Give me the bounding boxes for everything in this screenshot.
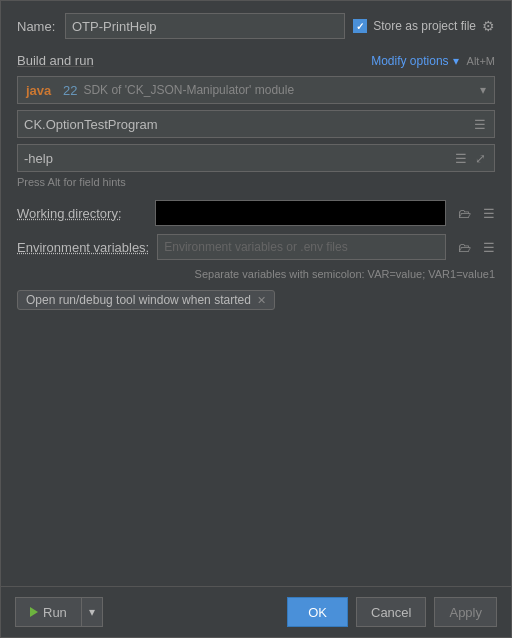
sdk-dropdown[interactable]: java 22 SDK of 'CK_JSON-Manipulator' mod… <box>17 76 495 104</box>
working-dir-list-icon[interactable]: ☰ <box>483 206 495 221</box>
sdk-version-label: 22 <box>63 83 77 98</box>
name-label: Name: <box>17 19 57 34</box>
env-list-icon[interactable]: ☰ <box>483 240 495 255</box>
folder-icon[interactable]: 🗁 <box>458 206 471 221</box>
working-dir-row: Working directory: 🗁 ☰ <box>17 200 495 226</box>
args-icons: ☰ ⤢ <box>453 151 488 166</box>
gear-icon[interactable]: ⚙ <box>482 18 495 34</box>
ok-button[interactable]: OK <box>287 597 348 627</box>
expand-icon[interactable]: ⤢ <box>473 151 488 166</box>
env-vars-row: Environment variables: Environment varia… <box>17 234 495 260</box>
sdk-chevron-icon: ▾ <box>480 83 486 97</box>
modify-options-label: Modify options <box>371 54 448 68</box>
args-row: ☰ ⤢ <box>17 144 495 172</box>
env-vars-input-area[interactable]: Environment variables or .env files <box>157 234 446 260</box>
chevron-down-icon: ▾ <box>453 54 459 68</box>
name-row: Name: Store as project file ⚙ <box>17 13 495 39</box>
env-vars-label: Environment variables: <box>17 240 149 255</box>
run-debug-chip: Open run/debug tool window when started … <box>17 290 275 310</box>
modify-options-button[interactable]: Modify options ▾ Alt+M <box>371 54 495 68</box>
chip-row: Open run/debug tool window when started … <box>17 290 495 310</box>
main-class-icons: ☰ <box>472 117 488 132</box>
run-config-dialog: Name: Store as project file ⚙ Build and … <box>0 0 512 638</box>
main-class-input[interactable] <box>24 117 472 132</box>
build-run-header: Build and run Modify options ▾ Alt+M <box>17 53 495 68</box>
store-project-row: Store as project file ⚙ <box>353 18 495 34</box>
list-icon[interactable]: ☰ <box>472 117 488 132</box>
main-class-row: ☰ <box>17 110 495 138</box>
working-dir-input[interactable] <box>162 206 439 221</box>
run-dropdown-button[interactable]: ▾ <box>81 597 103 627</box>
env-sep-hint: Separate variables with semicolon: VAR=v… <box>17 268 495 280</box>
run-triangle-icon <box>30 607 38 617</box>
field-hint: Press Alt for field hints <box>17 176 495 188</box>
edit-icon[interactable]: ☰ <box>453 151 469 166</box>
env-folder-icon[interactable]: 🗁 <box>458 240 471 255</box>
run-button[interactable]: Run <box>15 597 81 627</box>
sdk-module-label: SDK of 'CK_JSON-Manipulator' module <box>83 83 480 97</box>
sdk-java-label: java <box>26 83 51 98</box>
store-project-checkbox[interactable] <box>353 19 367 33</box>
modify-shortcut: Alt+M <box>467 55 495 67</box>
env-vars-placeholder: Environment variables or .env files <box>164 240 439 254</box>
args-input[interactable] <box>24 151 453 166</box>
build-run-title: Build and run <box>17 53 94 68</box>
run-btn-group: Run ▾ <box>15 597 103 627</box>
name-input[interactable] <box>65 13 345 39</box>
run-dropdown-chevron-icon: ▾ <box>89 605 95 619</box>
working-dir-label: Working directory: <box>17 206 147 221</box>
working-dir-input-area <box>155 200 446 226</box>
chip-label: Open run/debug tool window when started <box>26 293 251 307</box>
apply-button[interactable]: Apply <box>434 597 497 627</box>
run-label: Run <box>43 605 67 620</box>
dialog-footer: Run ▾ OK Cancel Apply <box>1 586 511 637</box>
store-project-label[interactable]: Store as project file <box>373 19 476 33</box>
chip-close-button[interactable]: ✕ <box>257 294 266 307</box>
cancel-button[interactable]: Cancel <box>356 597 426 627</box>
